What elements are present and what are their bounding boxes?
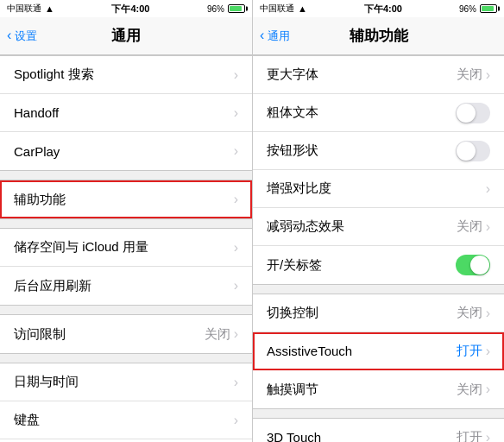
larger-text-right: 关闭 › [457,66,490,83]
toggle-knob [470,256,489,275]
signal-label: 96% [207,4,224,14]
chevron-icon: › [486,219,490,235]
list-item-background[interactable]: 后台应用刷新 › [0,267,252,305]
keyboard-right: › [234,413,238,428]
r-status-right: 96% [459,4,497,14]
restrictions-value: 关闭 [205,326,230,343]
chevron-icon: › [486,306,490,321]
chevron-icon: › [234,375,238,390]
chevron-icon: › [234,326,238,342]
switch-control-value: 关闭 [457,305,482,321]
r-wifi-icon: ▲ [298,3,307,14]
chevron-icon: › [486,430,490,443]
ontag-toggle[interactable] [456,255,490,275]
chevron-icon: › [486,382,490,397]
list-item-larger-text[interactable]: 更大字体 关闭 › [253,56,504,94]
accessibility-right: › [234,192,238,207]
r-carrier-label: 中国联通 [260,3,294,15]
ontag-right [456,255,490,275]
bold-text-label: 粗体文本 [267,104,318,121]
list-item-assistivetouch[interactable]: AssistiveTouch 打开 › [253,332,504,370]
battery-fill [230,6,242,11]
switch-control-right: 关闭 › [457,305,490,321]
left-nav-bar: ‹ 设置 通用 [0,17,252,55]
restrictions-right: 关闭 › [205,326,238,343]
list-item-carplay[interactable]: CarPlay › [0,132,252,170]
touch-accommodation-right: 关闭 › [457,382,490,398]
larger-text-value: 关闭 [457,66,482,83]
list-item-handoff[interactable]: Handoff › [0,94,252,132]
bold-text-toggle[interactable] [456,103,490,123]
button-shapes-label: 按钮形状 [267,142,318,159]
spotlight-right: › [234,67,238,83]
handoff-right: › [234,105,238,121]
storage-right: › [234,240,238,256]
list-item-bold-text[interactable]: 粗体文本 [253,94,504,132]
wifi-icon: ▲ [45,3,54,14]
left-section-1: Spotlight 搜索 › Handoff › CarPlay › [0,55,252,171]
gap-3 [0,306,252,314]
list-item-touch-accommodation[interactable]: 触摸调节 关闭 › [253,370,504,408]
chevron-icon: › [234,143,238,159]
list-item-restrictions[interactable]: 访问限制 关闭 › [0,315,252,353]
3dtouch-right: 打开 › [457,429,490,442]
r-battery-fill [482,6,494,11]
assistivetouch-right: 打开 › [457,343,490,359]
left-list: Spotlight 搜索 › Handoff › CarPlay › [0,55,252,442]
button-shapes-toggle[interactable] [456,141,490,161]
carplay-label: CarPlay [14,144,60,159]
chevron-icon: › [234,105,238,121]
r-time-label: 下午4:00 [364,3,402,16]
right-list: 更大字体 关闭 › 粗体文本 按钮形状 [253,55,504,442]
list-item-keyboard[interactable]: 键盘 › [0,401,252,439]
right-section-3: 3D Touch 打开 › 键盘 › 电脑百事网 WWW.PC841.COM [253,418,504,442]
list-item-storage[interactable]: 储存空间与 iCloud 用量 › [0,229,252,267]
accessibility-label: 辅助功能 [14,192,66,208]
storage-label: 储存空间与 iCloud 用量 [14,239,148,256]
left-chevron-icon: ‹ [7,28,11,43]
reduce-motion-label: 减弱动态效果 [267,218,344,235]
chevron-icon: › [486,344,490,359]
restrictions-label: 访问限制 [14,326,66,343]
ontag-label: 开/关标签 [267,257,322,274]
battery-icon [228,4,245,13]
list-item-ontag[interactable]: 开/关标签 [253,246,504,284]
list-item-3dtouch[interactable]: 3D Touch 打开 › [253,419,504,442]
left-panel: 中国联通 ▲ 下午4:00 96% ‹ 设置 通用 Spotlight 搜索 › [0,0,252,442]
bold-text-right [456,103,490,123]
list-item-button-shapes[interactable]: 按钮形状 [253,132,504,170]
3dtouch-label: 3D Touch [267,430,321,442]
r-battery-icon [480,4,497,13]
button-shapes-right [456,141,490,161]
datetime-label: 日期与时间 [14,374,79,390]
right-nav-title: 辅助功能 [350,26,408,46]
chevron-icon: › [234,67,238,83]
left-back-button[interactable]: ‹ 设置 [7,28,37,44]
r-status-left: 中国联通 ▲ [260,3,307,15]
larger-text-label: 更大字体 [267,66,318,83]
left-back-label: 设置 [15,28,37,44]
toggle-knob [457,142,476,161]
increase-contrast-right: › [486,181,490,197]
list-item-increase-contrast[interactable]: 增强对比度 › [253,170,504,208]
handoff-label: Handoff [14,105,59,120]
list-item-switch-control[interactable]: 切换控制 关闭 › [253,294,504,332]
gap-1 [0,171,252,180]
background-label: 后台应用刷新 [14,278,91,294]
left-status-bar: 中国联通 ▲ 下午4:00 96% [0,0,252,17]
r-chevron-icon: ‹ [260,28,264,43]
r-gap-2 [253,409,504,418]
increase-contrast-label: 增强对比度 [267,180,331,197]
gap-2 [0,219,252,228]
right-back-button[interactable]: ‹ 通用 [260,28,290,44]
touch-accommodation-label: 触摸调节 [267,382,318,398]
right-back-label: 通用 [268,28,290,44]
carplay-right: › [234,143,238,159]
list-item-datetime[interactable]: 日期与时间 › [0,363,252,401]
right-status-bar: 中国联通 ▲ 下午4:00 96% [253,0,504,17]
list-item-spotlight[interactable]: Spotlight 搜索 › [0,56,252,94]
list-item-reduce-motion[interactable]: 减弱动态效果 关闭 › [253,208,504,246]
assistivetouch-value: 打开 [457,343,482,359]
list-item-accessibility[interactable]: 辅助功能 › [0,180,252,218]
carrier-label: 中国联通 [7,3,41,15]
